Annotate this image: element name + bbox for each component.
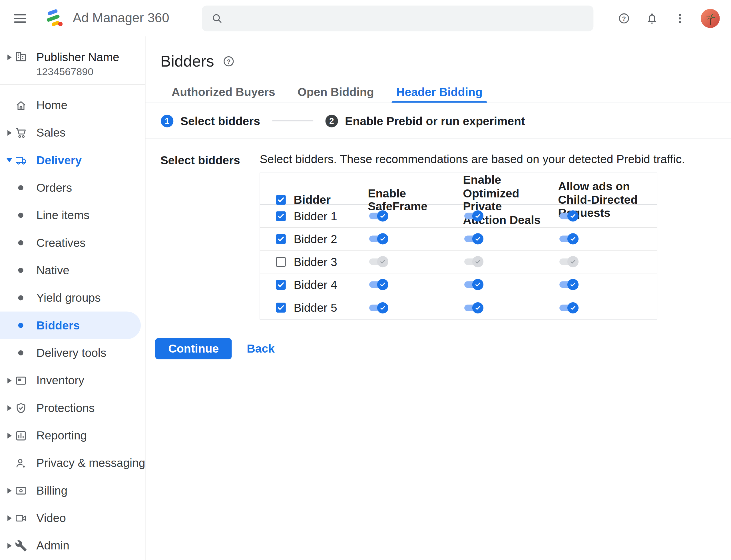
bidder-checkbox[interactable] bbox=[276, 234, 286, 244]
bidder-name: Bidder 3 bbox=[294, 255, 337, 268]
chevron-right-icon bbox=[6, 378, 13, 383]
chevron-down-icon bbox=[6, 158, 13, 162]
tab-authorized-buyers[interactable]: Authorized Buyers bbox=[161, 82, 287, 103]
bidder-name: Bidder 1 bbox=[294, 209, 337, 223]
top-app-bar: Ad Manager 360 ? bbox=[0, 0, 731, 36]
building-icon bbox=[15, 50, 27, 62]
child-directed-toggle[interactable] bbox=[559, 210, 577, 221]
bullet-icon bbox=[18, 323, 23, 328]
overflow-menu-icon[interactable] bbox=[673, 11, 687, 25]
search-bar[interactable] bbox=[202, 5, 593, 31]
chevron-right-icon bbox=[6, 488, 13, 493]
tab-open-bidding[interactable]: Open Bidding bbox=[287, 82, 385, 103]
sidebar-item-inventory[interactable]: Inventory bbox=[0, 367, 145, 394]
table-row: Bidder 4 bbox=[260, 273, 657, 296]
sidebar-item-orders[interactable]: Orders bbox=[0, 174, 145, 201]
sidebar-item-admin[interactable]: Admin bbox=[0, 532, 145, 559]
sidebar-item-home[interactable]: Home bbox=[0, 91, 145, 119]
sidebar-item-native[interactable]: Native bbox=[0, 257, 145, 284]
sidebar-item-bidders[interactable]: Bidders bbox=[0, 312, 141, 339]
optimized-deals-toggle[interactable] bbox=[464, 256, 482, 267]
step-enable-prebid[interactable]: 2 Enable Prebid or run experiment bbox=[325, 114, 525, 127]
bullet-icon bbox=[18, 185, 23, 190]
search-icon bbox=[211, 13, 223, 24]
child-directed-toggle[interactable] bbox=[559, 279, 577, 290]
help-icon[interactable]: ? bbox=[617, 11, 631, 25]
bidder-checkbox[interactable] bbox=[276, 303, 286, 313]
page-head: Bidders ? bbox=[145, 36, 731, 70]
step-connector bbox=[272, 120, 313, 121]
child-directed-toggle[interactable] bbox=[559, 256, 577, 267]
bidder-checkbox[interactable] bbox=[276, 257, 286, 267]
shield-icon bbox=[15, 402, 27, 414]
ad-manager-app: Ad Manager 360 ? bbox=[0, 0, 731, 560]
bar-chart-icon bbox=[15, 429, 27, 441]
child-directed-toggle[interactable] bbox=[559, 233, 577, 244]
header-bidder-cell: Bidder bbox=[260, 193, 363, 206]
bidder-checkbox[interactable] bbox=[276, 280, 286, 289]
safeframe-toggle[interactable] bbox=[369, 302, 387, 313]
chevron-right-icon bbox=[6, 55, 13, 60]
chevron-right-icon bbox=[6, 405, 13, 411]
sidebar-item-video[interactable]: Video bbox=[0, 504, 145, 532]
bullet-icon bbox=[18, 295, 23, 300]
table-row: Bidder 2 bbox=[260, 228, 657, 251]
bidders-table: Bidder Enable SafeFrame Enable Optimized… bbox=[260, 173, 657, 319]
safeframe-toggle[interactable] bbox=[369, 279, 387, 290]
optimized-deals-toggle[interactable] bbox=[464, 233, 482, 244]
sidebar-item-billing[interactable]: Billing bbox=[0, 477, 145, 504]
page-help-icon[interactable]: ? bbox=[223, 55, 235, 68]
step-select-bidders[interactable]: 1 Select bidders bbox=[161, 114, 260, 127]
optimized-deals-toggle[interactable] bbox=[464, 210, 482, 221]
sidebar-item-protections[interactable]: Protections bbox=[0, 394, 145, 422]
avatar[interactable] bbox=[701, 9, 720, 28]
bullet-icon bbox=[18, 240, 23, 245]
child-directed-toggle[interactable] bbox=[559, 302, 577, 313]
sidebar-item-line-items[interactable]: Line items bbox=[0, 201, 145, 229]
section-description: Select bidders. These recommendations ar… bbox=[260, 153, 731, 166]
chevron-right-icon bbox=[6, 433, 13, 438]
page-title: Bidders bbox=[161, 52, 214, 71]
tab-header-bidding[interactable]: Header Bidding bbox=[385, 82, 494, 103]
search-input[interactable] bbox=[230, 12, 584, 25]
continue-button[interactable]: Continue bbox=[155, 338, 232, 359]
publisher-selector[interactable]: Publisher Name 1234567890 bbox=[0, 36, 145, 84]
sidebar-nav: Home Sales Delivery bbox=[0, 85, 145, 559]
safeframe-toggle[interactable] bbox=[369, 233, 387, 244]
form-actions: Continue Back bbox=[155, 338, 731, 359]
home-icon bbox=[15, 99, 27, 111]
sidebar-item-privacy-messaging[interactable]: Privacy & messaging bbox=[0, 449, 145, 477]
optimized-deals-toggle[interactable] bbox=[464, 279, 482, 290]
app-name: Ad Manager 360 bbox=[73, 11, 169, 26]
sidebar-item-delivery[interactable]: Delivery bbox=[0, 147, 145, 174]
stepper: 1 Select bidders 2 Enable Prebid or run … bbox=[145, 103, 731, 139]
chevron-right-icon bbox=[6, 515, 13, 521]
header-safeframe: Enable SafeFrame bbox=[363, 186, 457, 213]
sidebar-item-sales[interactable]: Sales bbox=[0, 119, 145, 146]
bullet-icon bbox=[18, 213, 23, 218]
safeframe-toggle[interactable] bbox=[369, 210, 387, 221]
publisher-text: Publisher Name 1234567890 bbox=[36, 50, 119, 78]
bidder-name: Bidder 2 bbox=[294, 232, 337, 245]
sidebar-item-delivery-tools[interactable]: Delivery tools bbox=[0, 339, 145, 367]
menu-icon[interactable] bbox=[14, 14, 26, 23]
sidebar-item-creatives[interactable]: Creatives bbox=[0, 229, 145, 257]
main-content: Bidders ? Authorized Buyers Open Bidding… bbox=[145, 36, 731, 560]
back-link[interactable]: Back bbox=[247, 342, 275, 355]
sidebar-item-reporting[interactable]: Reporting bbox=[0, 422, 145, 449]
sidebar-item-yield-groups[interactable]: Yield groups bbox=[0, 284, 145, 311]
select-all-checkbox[interactable] bbox=[276, 195, 286, 205]
table-row: Bidder 5 bbox=[260, 296, 657, 319]
wrench-icon bbox=[15, 539, 27, 551]
section-body: Select bidders. These recommendations ar… bbox=[260, 153, 731, 319]
bidder-checkbox[interactable] bbox=[276, 211, 286, 221]
svg-text:?: ? bbox=[622, 15, 626, 22]
ad-manager-logo-icon bbox=[44, 7, 65, 29]
chevron-right-icon bbox=[6, 543, 13, 549]
safeframe-toggle[interactable] bbox=[369, 256, 387, 267]
optimized-deals-toggle[interactable] bbox=[464, 302, 482, 313]
publisher-id: 1234567890 bbox=[36, 66, 119, 78]
notifications-icon[interactable] bbox=[645, 11, 659, 25]
bidder-name: Bidder 5 bbox=[294, 301, 337, 314]
truck-icon bbox=[15, 154, 27, 166]
